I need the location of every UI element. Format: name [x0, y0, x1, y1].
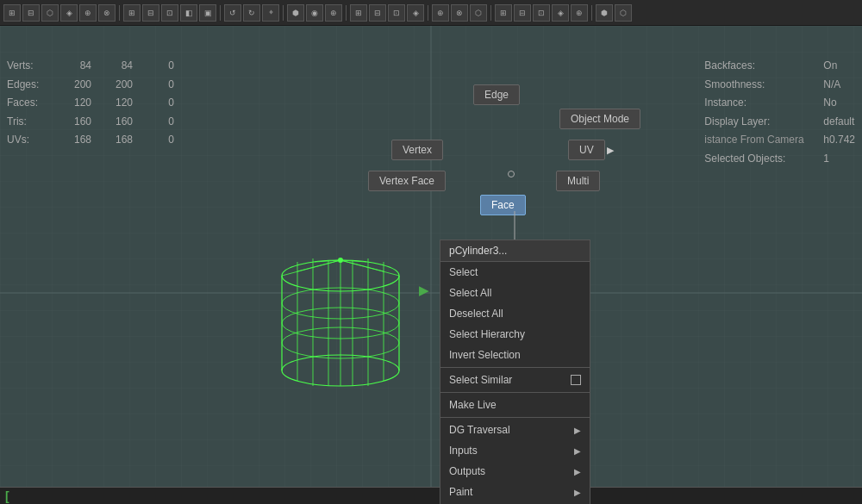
toolbar-icon-26[interactable]: ⊟ [514, 4, 531, 22]
face-mode-button[interactable]: Face [480, 195, 526, 215]
paint-arrow: ▶ [574, 488, 581, 497]
cylinder-mesh [272, 241, 409, 392]
toolbar-icon-6[interactable]: ⊗ [98, 4, 116, 22]
cm-item-invert-selection[interactable]: Invert Selection [440, 345, 590, 365]
toolbar-separator-2 [220, 5, 221, 21]
stat-instance: Instance: No [704, 94, 855, 113]
cm-item-inputs[interactable]: Inputs ▶ [440, 440, 590, 461]
outputs-arrow: ▶ [574, 467, 581, 476]
uv-submenu-arrow: ▶ [607, 145, 614, 156]
multi-mode-button[interactable]: Multi [556, 171, 600, 191]
pivot-arrow: ▶ [419, 283, 428, 297]
stat-smoothness: Smoothness: N/A [704, 76, 855, 95]
connector-dot [508, 171, 515, 177]
toolbar-icon-29[interactable]: ⊕ [571, 4, 588, 22]
stats-panel: Verts: 84 84 0 Edges: 200 200 0 Faces: 1… [0, 53, 181, 153]
bottom-bar: [ [0, 487, 862, 504]
toolbar-icon-2[interactable]: ⊟ [22, 4, 40, 22]
dg-traversal-arrow: ▶ [574, 426, 581, 435]
toolbar-icon-7[interactable]: ⊞ [123, 4, 141, 22]
toolbar-icon-18[interactable]: ⊞ [350, 4, 367, 22]
stat-verts: Verts: 84 84 0 [7, 57, 174, 76]
toolbar-icon-16[interactable]: ◉ [306, 4, 323, 22]
cm-separator-1 [440, 367, 590, 368]
cm-separator-3 [440, 417, 590, 418]
toolbar-icon-3[interactable]: ⬡ [41, 4, 59, 22]
toolbar-separator-3 [283, 5, 284, 21]
uv-mode-button[interactable]: UV [568, 140, 605, 160]
toolbar-icon-23[interactable]: ⊗ [451, 4, 468, 22]
edge-mode-button[interactable]: Edge [473, 84, 520, 105]
toolbar-icon-11[interactable]: ▣ [199, 4, 216, 22]
toolbar-icon-21[interactable]: ◈ [407, 4, 424, 22]
toolbar-icon-22[interactable]: ⊕ [432, 4, 449, 22]
toolbar-icon-24[interactable]: ⬡ [470, 4, 487, 22]
toolbar-separator-6 [490, 5, 491, 21]
cm-item-outputs[interactable]: Outputs ▶ [440, 461, 590, 482]
stat-faces: Faces: 120 120 0 [7, 94, 174, 113]
toolbar-icon-17[interactable]: ⊕ [325, 4, 342, 22]
right-stats-panel: Backfaces: On Smoothness: N/A Instance: … [697, 53, 862, 172]
context-menu: pCylinder3... Select Select All Deselect… [440, 240, 590, 504]
context-menu-header: pCylinder3... [440, 240, 590, 262]
bottom-bracket-left: [ [5, 489, 9, 503]
toolbar-separator-1 [119, 5, 120, 21]
toolbar-icon-19[interactable]: ⊟ [369, 4, 386, 22]
toolbar-icon-27[interactable]: ⊡ [533, 4, 550, 22]
toolbar-icon-31[interactable]: ⬡ [615, 4, 632, 22]
toolbar-icon-4[interactable]: ◈ [60, 4, 78, 22]
cm-item-paint[interactable]: Paint ▶ [440, 482, 590, 502]
cm-item-select-all[interactable]: Select All [440, 283, 590, 303]
inputs-arrow: ▶ [574, 446, 581, 456]
toolbar-icon-1[interactable]: ⊞ [3, 4, 21, 22]
toolbar-icon-30[interactable]: ⬢ [596, 4, 613, 22]
stat-uvs: UVs: 168 168 0 [7, 131, 174, 150]
toolbar-icon-13[interactable]: ↻ [243, 4, 260, 22]
stat-distance: istance From Camera h0.742 [704, 131, 855, 150]
toolbar-icon-9[interactable]: ⊡ [161, 4, 178, 22]
toolbar-icon-20[interactable]: ⊡ [388, 4, 405, 22]
stat-tris: Tris: 160 160 0 [7, 113, 174, 132]
cm-separator-2 [440, 392, 590, 393]
toolbar-icon-28[interactable]: ◈ [552, 4, 569, 22]
cm-item-make-live[interactable]: Make Live [440, 395, 590, 415]
toolbar-icon-25[interactable]: ⊞ [495, 4, 512, 22]
cm-item-deselect-all[interactable]: Deselect All [440, 303, 590, 324]
vertex-face-mode-button[interactable]: Vertex Face [368, 171, 446, 191]
toolbar-separator-7 [591, 5, 592, 21]
toolbar: ⊞ ⊟ ⬡ ◈ ⊕ ⊗ ⊞ ⊟ ⊡ ◧ ▣ ↺ ↻ ⌖ ⬢ ◉ ⊕ ⊞ ⊟ ⊡ … [0, 0, 862, 26]
cm-item-select-hierarchy[interactable]: Select Hierarchy [440, 324, 590, 345]
cm-item-dg-traversal[interactable]: DG Traversal ▶ [440, 420, 590, 440]
stat-display-layer: Display Layer: default [704, 113, 855, 132]
object-mode-button[interactable]: Object Mode [559, 109, 640, 129]
toolbar-icon-15[interactable]: ⬢ [287, 4, 304, 22]
vertex-mode-button[interactable]: Vertex [391, 140, 443, 160]
stat-selected: Selected Objects: 1 [704, 150, 855, 169]
svg-point-25 [338, 258, 343, 263]
cm-item-select-similar[interactable]: Select Similar [440, 370, 590, 390]
cm-item-select[interactable]: Select [440, 262, 590, 283]
viewport[interactable]: Verts: 84 84 0 Edges: 200 200 0 Faces: 1… [0, 26, 862, 504]
select-similar-checkbox[interactable] [571, 375, 581, 385]
toolbar-icon-14[interactable]: ⌖ [262, 4, 279, 22]
stat-edges: Edges: 200 200 0 [7, 76, 174, 95]
toolbar-icon-8[interactable]: ⊟ [142, 4, 159, 22]
stat-backfaces: Backfaces: On [704, 57, 855, 76]
toolbar-separator-4 [346, 5, 347, 21]
toolbar-icon-5[interactable]: ⊕ [79, 4, 97, 22]
toolbar-icon-12[interactable]: ↺ [224, 4, 241, 22]
toolbar-icon-10[interactable]: ◧ [180, 4, 197, 22]
toolbar-separator-5 [428, 5, 428, 21]
